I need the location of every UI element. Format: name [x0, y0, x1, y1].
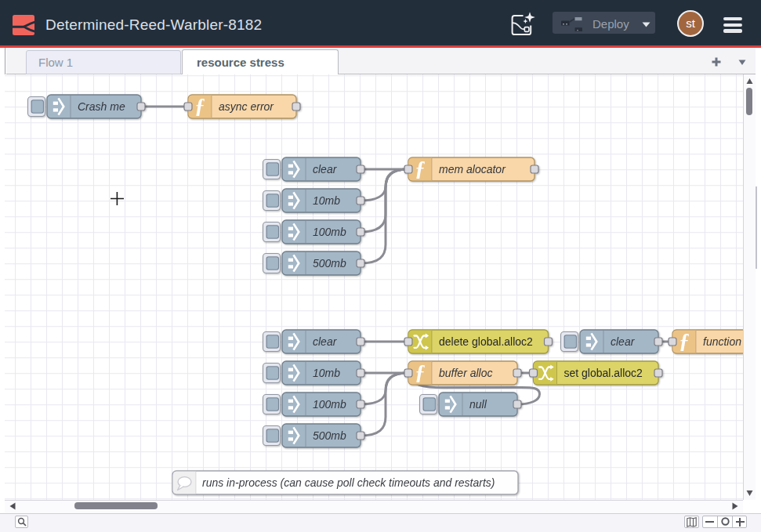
svg-text:clear: clear — [313, 335, 338, 348]
svg-text:ƒ: ƒ — [679, 329, 690, 353]
svg-text:function: function — [703, 335, 741, 348]
svg-text:ƒ: ƒ — [194, 94, 205, 118]
svg-text:mem alocator: mem alocator — [439, 163, 506, 176]
svg-text:ƒ: ƒ — [415, 157, 426, 180]
svg-text:async error: async error — [219, 100, 274, 113]
svg-text:500mb: 500mb — [313, 429, 346, 442]
svg-text:500mb: 500mb — [313, 257, 346, 270]
svg-text:delete global.alloc2: delete global.alloc2 — [439, 335, 533, 348]
svg-text:Crash me: Crash me — [78, 100, 125, 113]
svg-text:null: null — [469, 398, 487, 411]
svg-text:100mb: 100mb — [313, 398, 346, 411]
svg-text:ƒ: ƒ — [415, 360, 426, 384]
svg-text:clear: clear — [313, 163, 338, 176]
svg-text:10mb: 10mb — [313, 367, 340, 379]
svg-text:buffer alloc: buffer alloc — [439, 367, 492, 379]
svg-text:10mb: 10mb — [313, 194, 340, 207]
svg-text:runs in-process (can cause pol: runs in-process (can cause poll check ti… — [202, 476, 495, 489]
svg-text:set global.alloc2: set global.alloc2 — [564, 367, 643, 379]
svg-text:clear: clear — [611, 335, 636, 348]
svg-text:100mb: 100mb — [313, 226, 346, 238]
